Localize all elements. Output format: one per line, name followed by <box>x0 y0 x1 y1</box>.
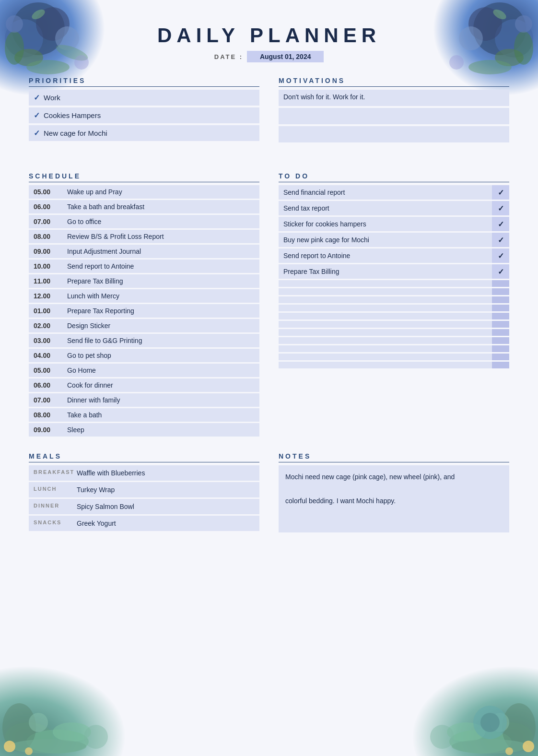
meal-value: Spicy Salmon Bowl <box>77 503 255 510</box>
schedule-time: 04.00 <box>34 352 67 359</box>
todo-check-cell[interactable]: ✓ <box>492 248 509 263</box>
meal-row: SNACKSGreek Yogurt <box>29 516 259 531</box>
todo-check-cell[interactable] <box>492 313 509 319</box>
todo-heading: TO DO <box>279 172 509 180</box>
meal-label: LUNCH <box>34 486 77 494</box>
schedule-task: Go Home <box>67 366 255 374</box>
todo-check-cell[interactable] <box>492 345 509 352</box>
priority-check-icon: ✓ <box>34 129 40 138</box>
priority-text: Work <box>44 94 60 102</box>
schedule-divider <box>29 182 259 182</box>
schedule-time: 10.00 <box>34 262 67 270</box>
meals-heading: MEALS <box>29 452 259 460</box>
schedule-task: Sleep <box>67 426 255 434</box>
meal-value: Waffle with Blueberries <box>77 469 255 477</box>
todo-row <box>279 280 509 287</box>
schedule-task: Input Adjustment Journal <box>67 248 255 255</box>
schedule-list: 05.00Wake up and Pray06.00Take a bath an… <box>29 185 259 437</box>
todo-task-text: Send financial report <box>279 185 492 200</box>
meal-value: Greek Yogurt <box>77 520 255 527</box>
todo-row <box>279 296 509 303</box>
todo-row: Prepare Tax Billing✓ <box>279 264 509 279</box>
schedule-task: Prepare Tax Reporting <box>67 307 255 315</box>
priorities-list: ✓Work✓Cookies Hampers✓New cage for Mochi <box>29 90 259 141</box>
todo-check-cell[interactable]: ✓ <box>492 217 509 231</box>
todo-row: Send report to Antoine✓ <box>279 248 509 263</box>
priorities-section: PRIORITIES ✓Work✓Cookies Hampers✓New cag… <box>29 77 259 144</box>
motivation-item <box>279 108 509 124</box>
schedule-task: Cook for dinner <box>67 381 255 389</box>
todo-check-cell[interactable] <box>492 321 509 328</box>
content-area: DAILY PLANNER DATE : August 01, 2024 PRI… <box>0 0 538 552</box>
todo-check-cell[interactable]: ✓ <box>492 201 509 215</box>
notes-heading: NOTES <box>279 452 509 460</box>
floral-bottom-left-decoration <box>0 660 134 756</box>
schedule-row: 02.00Design Sticker <box>29 319 259 332</box>
todo-task-text <box>279 337 492 344</box>
priority-text: Cookies Hampers <box>44 111 101 119</box>
svg-point-38 <box>505 747 513 755</box>
schedule-task: Send report to Antoine <box>67 262 255 270</box>
schedule-row: 06.00Cook for dinner <box>29 378 259 392</box>
todo-task-text: Buy new pink cage for Mochi <box>279 233 492 247</box>
schedule-task: Take a bath and breakfast <box>67 203 255 211</box>
date-value[interactable]: August 01, 2024 <box>247 51 324 62</box>
meal-row: LUNCHTurkey Wrap <box>29 482 259 497</box>
todo-check-cell[interactable] <box>492 288 509 295</box>
schedule-time: 01.00 <box>34 307 67 315</box>
schedule-row: 08.00Take a bath <box>29 408 259 422</box>
meal-label: BREAKFAST <box>34 469 77 477</box>
schedule-row: 12.00Lunch with Mercy <box>29 289 259 303</box>
schedule-task: Lunch with Mercy <box>67 292 255 300</box>
todo-check-cell[interactable]: ✓ <box>492 264 509 279</box>
schedule-time: 07.00 <box>34 396 67 404</box>
date-label: DATE : <box>214 53 243 60</box>
svg-point-25 <box>29 713 48 732</box>
notes-divider <box>279 462 509 462</box>
motivations-list: Don't wish for it. Work for it. <box>279 90 509 142</box>
todo-check-cell[interactable] <box>492 362 509 368</box>
todo-row <box>279 329 509 336</box>
todo-check-cell[interactable] <box>492 296 509 303</box>
meal-row: DINNERSpicy Salmon Bowl <box>29 499 259 514</box>
todo-task-text <box>279 313 492 319</box>
motivations-divider <box>279 86 509 87</box>
schedule-row: 09.00Sleep <box>29 423 259 437</box>
schedule-task: Dinner with family <box>67 396 255 404</box>
meal-row: BREAKFASTWaffle with Blueberries <box>29 465 259 481</box>
priority-item: ✓Work <box>29 90 259 106</box>
meals-list: BREAKFASTWaffle with BlueberriesLUNCHTur… <box>29 465 259 531</box>
schedule-task: Prepare Tax Billing <box>67 277 255 285</box>
todo-task-text <box>279 288 492 295</box>
todo-row <box>279 305 509 311</box>
todo-check-cell[interactable] <box>492 305 509 311</box>
notes-content[interactable]: Mochi need new cage (pink cage), new whe… <box>279 465 509 532</box>
todo-check-cell[interactable] <box>492 337 509 344</box>
svg-point-29 <box>25 747 33 755</box>
schedule-time: 07.00 <box>34 218 67 225</box>
svg-point-26 <box>84 725 108 749</box>
priority-check-icon: ✓ <box>34 111 40 120</box>
schedule-time: 08.00 <box>34 233 67 240</box>
todo-row <box>279 345 509 352</box>
schedule-task: Take a bath <box>67 411 255 419</box>
todo-divider <box>279 182 509 182</box>
todo-check-cell[interactable] <box>492 354 509 360</box>
page-title: DAILY PLANNER <box>29 24 509 47</box>
todo-check-cell[interactable] <box>492 329 509 336</box>
todo-task-text <box>279 321 492 328</box>
todo-check-cell[interactable]: ✓ <box>492 233 509 247</box>
todo-check-cell[interactable]: ✓ <box>492 185 509 200</box>
todo-row: Send tax report✓ <box>279 201 509 215</box>
schedule-row: 08.00Review B/S & Profit Loss Report <box>29 230 259 243</box>
svg-point-35 <box>430 725 454 749</box>
todo-check-cell[interactable] <box>492 280 509 287</box>
schedule-task: Send file to G&G Printing <box>67 337 255 344</box>
page: DAILY PLANNER DATE : August 01, 2024 PRI… <box>0 0 538 756</box>
todo-row <box>279 337 509 344</box>
schedule-time: 03.00 <box>34 337 67 344</box>
meals-section: MEALS BREAKFASTWaffle with BlueberriesLU… <box>29 452 259 532</box>
meal-value: Turkey Wrap <box>77 486 255 494</box>
motivations-section: MOTIVATIONS Don't wish for it. Work for … <box>279 77 509 144</box>
todo-row <box>279 288 509 295</box>
